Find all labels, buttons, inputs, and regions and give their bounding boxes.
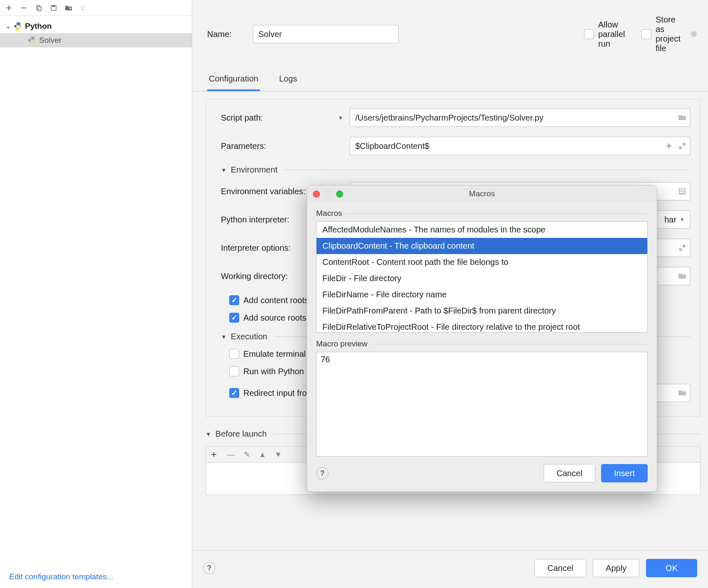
python-icon <box>13 22 22 31</box>
macros-list[interactable]: AffectedModuleNames - The names of modul… <box>316 221 648 333</box>
checkbox-icon <box>229 349 239 359</box>
help-button[interactable]: ? <box>316 467 329 479</box>
macro-item[interactable]: AffectedModuleNames - The names of modul… <box>317 222 647 238</box>
checkbox-icon <box>229 366 239 376</box>
tree-node-python[interactable]: ⌄ Python <box>0 19 192 33</box>
python-icon <box>27 36 37 45</box>
macro-item[interactable]: FileDirRelativeToProjectRoot - File dire… <box>317 319 647 333</box>
tabs: Configuration Logs <box>192 53 708 91</box>
checkbox-label: Redirect input from: <box>243 388 316 398</box>
copy-config-button[interactable] <box>34 3 43 12</box>
name-input[interactable] <box>253 25 399 43</box>
macro-item[interactable]: FileDirName - File directory name <box>317 287 647 303</box>
svg-rect-2 <box>52 5 55 7</box>
bl-add-button[interactable] <box>211 452 219 457</box>
bl-edit-button[interactable]: ✎ <box>243 450 251 459</box>
environment-section-header[interactable]: ▼ Environment <box>221 165 690 175</box>
dropdown-icon: ▼ <box>680 217 685 222</box>
modal-insert-button[interactable]: Insert <box>601 464 648 482</box>
sidebar: az ⌄ Python Solver Edit configuration te… <box>0 0 192 588</box>
checkbox-icon <box>229 295 239 305</box>
apply-button[interactable]: Apply <box>593 559 639 577</box>
remove-config-button[interactable] <box>19 3 28 12</box>
script-path-input[interactable] <box>350 109 690 127</box>
checkbox-icon <box>584 29 594 39</box>
tree-node-label: Solver <box>39 36 62 45</box>
caret-down-icon: ▼ <box>205 431 211 437</box>
dropdown-icon[interactable]: ▼ <box>338 115 343 121</box>
checkbox-label: Store as project file <box>656 15 681 53</box>
checkbox-icon <box>641 29 651 39</box>
bl-up-button[interactable]: ▲ <box>258 450 267 459</box>
insert-macro-icon[interactable] <box>664 141 673 151</box>
allow-parallel-checkbox[interactable]: Allow parallel run <box>584 20 621 49</box>
parameters-label: Parameters: <box>221 141 346 151</box>
bl-down-button[interactable]: ▼ <box>274 450 282 459</box>
macro-item[interactable]: FileDirPathFromParent - Path to $FileDir… <box>317 303 647 319</box>
caret-down-icon: ⌄ <box>6 23 11 30</box>
tab-logs[interactable]: Logs <box>277 70 299 91</box>
expand-icon[interactable] <box>678 243 687 252</box>
folder-config-button[interactable] <box>64 3 73 12</box>
modal-cancel-button[interactable]: Cancel <box>544 464 595 482</box>
cancel-button[interactable]: Cancel <box>535 559 586 577</box>
checkbox-icon <box>229 313 239 323</box>
macro-item[interactable]: FileDir - File directory <box>317 270 647 287</box>
ok-button[interactable]: OK <box>646 559 697 577</box>
checkbox-icon <box>229 388 239 398</box>
config-tree: ⌄ Python Solver <box>0 16 192 566</box>
checkbox-label: Allow parallel run <box>598 20 625 49</box>
save-config-button[interactable] <box>49 3 58 12</box>
macro-item[interactable]: ContentRoot - Content root path the file… <box>317 254 647 270</box>
tab-configuration[interactable]: Configuration <box>207 70 260 91</box>
tree-node-label: Python <box>25 22 52 31</box>
caret-down-icon: ▼ <box>221 334 227 340</box>
dialog-titlebar[interactable]: Macros <box>307 185 657 202</box>
bl-remove-button[interactable]: — <box>227 450 235 459</box>
svg-point-8 <box>33 43 34 44</box>
svg-rect-1 <box>38 7 41 11</box>
browse-icon[interactable] <box>678 272 687 281</box>
expand-icon[interactable] <box>678 141 687 151</box>
svg-point-5 <box>17 23 17 24</box>
macro-preview-label: Macro preview <box>316 339 648 348</box>
browse-icon[interactable] <box>678 388 687 398</box>
tree-node-solver[interactable]: Solver <box>0 33 192 47</box>
edit-templates-link[interactable]: Edit configuration templates... <box>9 572 113 581</box>
sidebar-toolbar: az <box>0 0 192 16</box>
sort-config-button[interactable]: az <box>79 3 88 12</box>
browse-icon[interactable] <box>678 113 687 122</box>
list-icon[interactable] <box>678 187 687 196</box>
parameters-input[interactable] <box>350 137 690 155</box>
svg-point-7 <box>31 37 32 38</box>
script-path-label: Script path: ▼ <box>221 113 346 123</box>
caret-down-icon: ▼ <box>221 167 227 173</box>
gear-icon[interactable] <box>690 30 698 38</box>
macro-preview: 76 <box>316 352 648 457</box>
svg-point-6 <box>19 29 20 30</box>
macros-list-label: Macros <box>316 209 648 218</box>
svg-point-9 <box>693 33 695 35</box>
dialog-title: Macros <box>307 189 657 198</box>
svg-text:a: a <box>84 5 85 8</box>
help-button[interactable]: ? <box>203 562 215 574</box>
svg-text:z: z <box>84 8 85 11</box>
add-config-button[interactable] <box>4 3 13 12</box>
name-label: Name: <box>207 30 245 39</box>
store-project-checkbox[interactable]: Store as project file <box>641 15 679 53</box>
macro-item[interactable]: ClipboardContent - The clipboard content <box>317 238 647 254</box>
macros-dialog: Macros Macros AffectedModuleNames - The … <box>307 185 657 492</box>
dialog-footer: ? Cancel Apply OK <box>192 550 708 588</box>
